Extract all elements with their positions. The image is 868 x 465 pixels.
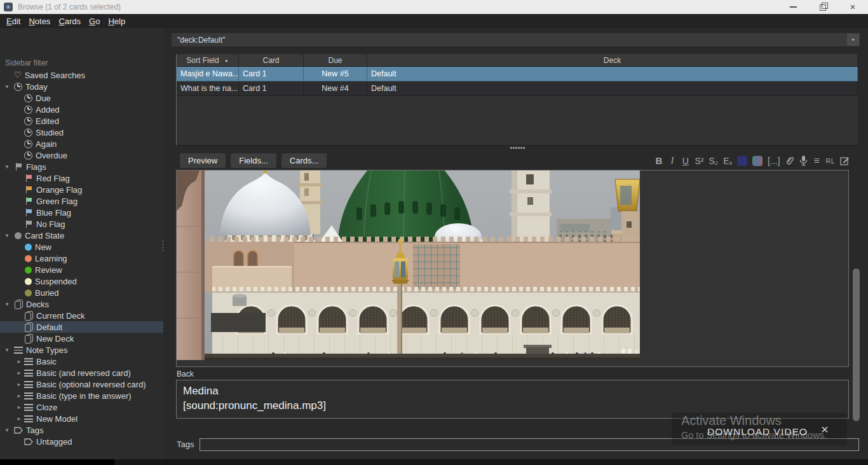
caret-down-icon[interactable]: ▾ xyxy=(3,424,11,436)
deck-icon xyxy=(14,300,23,309)
column-sort-field[interactable]: Sort Field ▲ xyxy=(177,54,239,66)
highlight-color-button[interactable] xyxy=(752,156,763,166)
sidebar-item-edited[interactable]: Edited xyxy=(0,115,163,127)
sidebar-filter-input[interactable] xyxy=(4,57,161,69)
sidebar-item-untagged[interactable]: Untagged xyxy=(0,436,163,447)
tags-label: Tags xyxy=(177,440,194,449)
sidebar-item-decks[interactable]: ▾ Decks xyxy=(0,298,163,310)
overlay-close-icon[interactable]: × xyxy=(821,422,829,437)
rtl-button[interactable]: RL xyxy=(826,157,835,165)
sidebar-item-no-flag[interactable]: No Flag xyxy=(0,218,163,230)
superscript-button[interactable]: S² xyxy=(695,156,703,166)
table-row[interactable]: Masjid e Nawa... Card 1 New #5 Default xyxy=(177,67,858,81)
suspended-state-icon xyxy=(25,278,32,285)
sidebar-item-note-types[interactable]: ▾ Note Types xyxy=(0,344,163,356)
sidebar-item-red-flag[interactable]: Red Flag xyxy=(0,172,163,184)
remove-formatting-button[interactable]: Eₓ xyxy=(723,156,732,166)
caret-down-icon[interactable]: ▾ xyxy=(3,161,11,172)
caret-down-icon[interactable]: ▾ xyxy=(3,298,11,310)
column-card[interactable]: Card xyxy=(239,54,304,66)
search-dropdown-button[interactable]: ▼ xyxy=(847,34,859,46)
sidebar-item-basic-optional-reversed[interactable]: ▸ Basic (optional reversed card) xyxy=(0,378,163,390)
italic-button[interactable]: I xyxy=(668,155,676,166)
close-button[interactable]: × xyxy=(842,0,864,14)
caret-down-icon[interactable]: ▾ xyxy=(3,81,11,92)
editor-scrollbar-thumb[interactable] xyxy=(853,268,860,421)
sidebar-item-new[interactable]: New xyxy=(0,241,163,253)
search-input[interactable] xyxy=(172,33,846,46)
menu-go[interactable]: Go xyxy=(89,17,100,26)
sidebar-item-tags[interactable]: ▾ Tags xyxy=(0,424,163,436)
sidebar-item-today[interactable]: ▾ Today xyxy=(0,81,163,92)
text-color-button[interactable] xyxy=(737,156,747,166)
table-row[interactable]: What is the na... Card 1 New #4 Default xyxy=(177,81,858,96)
menu-edit[interactable]: Edit xyxy=(6,17,20,26)
front-field[interactable] xyxy=(176,170,849,367)
sidebar-item-cloze[interactable]: ▸ Cloze xyxy=(0,401,163,413)
sidebar-item-due[interactable]: Due xyxy=(0,92,163,104)
sidebar-item-basic-reversed[interactable]: ▸ Basic (and reversed card) xyxy=(0,367,163,378)
titlebar: ★ Browse (1 of 2 cards selected) × xyxy=(0,0,868,14)
caret-right-icon[interactable]: ▸ xyxy=(15,390,23,401)
paperclip-icon xyxy=(783,154,796,167)
menu-notes[interactable]: Notes xyxy=(29,17,50,26)
column-deck[interactable]: Deck xyxy=(367,54,858,66)
cards-button[interactable]: Cards... xyxy=(281,153,327,168)
sidebar-item-review[interactable]: Review xyxy=(0,264,163,275)
green-flag-icon xyxy=(24,197,33,205)
sidebar-item-blue-flag[interactable]: Blue Flag xyxy=(0,207,163,218)
attachment-button[interactable] xyxy=(785,156,794,165)
menu-help[interactable]: Help xyxy=(108,17,125,26)
column-due[interactable]: Due xyxy=(304,54,367,66)
caret-right-icon[interactable]: ▸ xyxy=(15,356,23,367)
sidebar-item-flags[interactable]: ▾ Flags xyxy=(0,161,163,172)
sidebar-item-learning[interactable]: Learning xyxy=(0,253,163,264)
sidebar-item-green-flag[interactable]: Green Flag xyxy=(0,195,163,207)
note-type-icon xyxy=(24,358,33,365)
sidebar-item-current-deck[interactable]: Current Deck xyxy=(0,310,163,321)
bold-button[interactable]: B xyxy=(654,155,663,166)
preview-button[interactable]: Preview xyxy=(180,153,226,168)
subscript-button[interactable]: S₂ xyxy=(709,156,718,166)
restore-button[interactable] xyxy=(812,0,834,14)
sidebar-item-basic-type-answer[interactable]: ▸ Basic (type in the answer) xyxy=(0,390,163,401)
sidebar-item-suspended[interactable]: Suspended xyxy=(0,275,163,287)
bottom-strip-black xyxy=(0,459,114,465)
note-type-icon xyxy=(24,415,33,422)
sidebar-item-overdue[interactable]: Overdue xyxy=(0,149,163,161)
sidebar-item-studied[interactable]: Studied xyxy=(0,127,163,138)
caret-down-icon[interactable]: ▾ xyxy=(3,344,11,356)
clock-icon xyxy=(24,140,32,148)
download-video-button[interactable]: DOWNLOAD VIDEO xyxy=(707,426,808,438)
list-button[interactable]: ≡ xyxy=(813,155,821,167)
sidebar-item-default-deck[interactable]: Default xyxy=(0,321,163,333)
caret-right-icon[interactable]: ▸ xyxy=(15,413,23,424)
sidebar-item-basic[interactable]: ▸ Basic xyxy=(0,356,163,367)
caret-right-icon[interactable]: ▸ xyxy=(15,378,23,390)
menu-cards[interactable]: Cards xyxy=(58,17,81,26)
sidebar-item-orange-flag[interactable]: Orange Flag xyxy=(0,184,163,195)
editor-toolbar: Preview Fields... Cards... xyxy=(180,153,327,168)
caret-down-icon[interactable]: ▾ xyxy=(3,230,11,241)
sidebar-item-saved-searches[interactable]: ♡ Saved Searches xyxy=(0,69,163,81)
record-audio-button[interactable] xyxy=(799,155,808,166)
underline-button[interactable]: U xyxy=(681,156,689,166)
caret-right-icon[interactable]: ▸ xyxy=(15,367,23,378)
sidebar-item-card-state[interactable]: ▾ Card State xyxy=(0,230,163,241)
horizontal-splitter[interactable] xyxy=(510,147,525,149)
cloze-button[interactable]: [...] xyxy=(768,156,780,166)
caret-right-icon[interactable]: ▸ xyxy=(15,401,23,413)
sidebar-item-again[interactable]: Again xyxy=(0,138,163,149)
minimize-button[interactable] xyxy=(782,0,804,14)
sidebar-item-buried[interactable]: Buried xyxy=(0,287,163,298)
edit-html-button[interactable] xyxy=(840,156,850,165)
masjid-an-nabawi-photo xyxy=(177,170,640,360)
fields-button[interactable]: Fields... xyxy=(231,153,276,168)
edit-icon xyxy=(840,156,850,165)
search-bar: ▼ xyxy=(172,33,860,46)
sidebar-item-new-deck[interactable]: New Deck xyxy=(0,333,163,344)
deck-icon xyxy=(24,334,33,343)
sidebar-item-new-model[interactable]: ▸ New Model xyxy=(0,413,163,424)
sidebar-item-added[interactable]: Added xyxy=(0,104,163,115)
table-header: Sort Field ▲ Card Due Deck xyxy=(177,54,858,67)
